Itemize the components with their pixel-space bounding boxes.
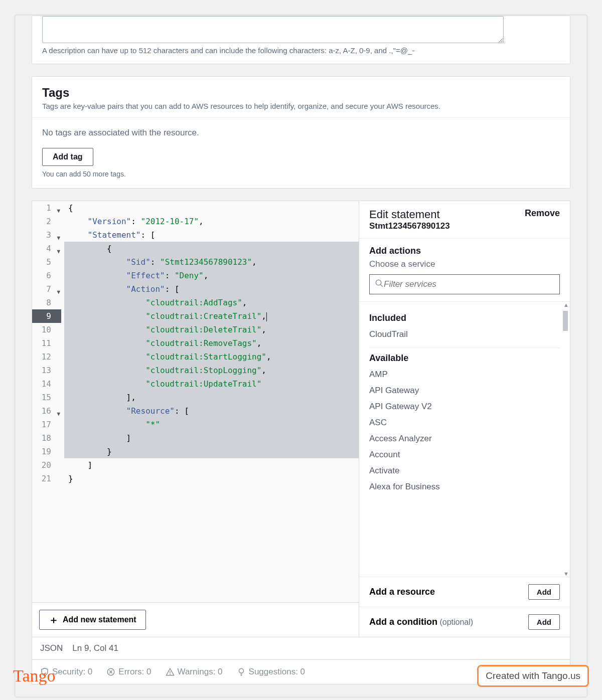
add-condition-label: Add a condition bbox=[369, 617, 437, 627]
service-item[interactable]: API Gateway V2 bbox=[369, 402, 560, 412]
statement-sidebar: Edit statement Stmt1234567890123 Remove … bbox=[359, 201, 570, 637]
plus-icon: ＋ bbox=[49, 616, 59, 623]
tags-title: Tags bbox=[42, 86, 560, 100]
cursor-position: Ln 9, Col 41 bbox=[72, 643, 118, 653]
filter-services-field[interactable] bbox=[369, 274, 560, 294]
optional-label: (optional) bbox=[439, 618, 473, 626]
svg-point-0 bbox=[376, 280, 381, 285]
remove-statement-button[interactable]: Remove bbox=[525, 208, 560, 219]
service-item[interactable]: AMP bbox=[369, 370, 560, 380]
filter-services-input[interactable] bbox=[384, 279, 554, 289]
add-actions-label: Add actions bbox=[369, 246, 560, 256]
tango-badge[interactable]: Created with Tango.us bbox=[477, 665, 589, 687]
service-scrollbar[interactable]: ▲ ▼ bbox=[562, 302, 569, 577]
included-header: Included bbox=[369, 313, 560, 323]
edit-statement-title: Edit statement bbox=[369, 208, 450, 221]
tags-limit: You can add 50 more tags. bbox=[42, 170, 560, 178]
editor-status-bar: JSON Ln 9, Col 41 bbox=[32, 637, 570, 660]
svg-line-1 bbox=[380, 284, 383, 287]
statement-id: Stmt1234567890123 bbox=[369, 221, 450, 231]
editor-mode: JSON bbox=[40, 643, 63, 653]
code-gutter: 1 2 3 4 5 6 7 8 9 10 11 12 13 bbox=[32, 201, 64, 602]
tags-desc: Tags are key-value pairs that you can ad… bbox=[42, 102, 560, 110]
policy-editor: 1 2 3 4 5 6 7 8 9 10 11 12 13 bbox=[32, 201, 570, 637]
add-statement-label: Add new statement bbox=[63, 615, 136, 624]
code-editor[interactable]: 1 2 3 4 5 6 7 8 9 10 11 12 13 bbox=[32, 201, 359, 602]
add-condition-button[interactable]: Add bbox=[528, 614, 560, 630]
description-panel: A description can have up to 512 charact… bbox=[32, 16, 570, 64]
tags-panel: Tags Tags are key-value pairs that you c… bbox=[32, 76, 570, 189]
service-item[interactable]: Activate bbox=[369, 466, 560, 476]
add-resource-label: Add a resource bbox=[369, 587, 435, 597]
service-item[interactable]: Account bbox=[369, 450, 560, 460]
description-textarea[interactable] bbox=[42, 16, 504, 43]
search-icon bbox=[375, 279, 384, 290]
service-item[interactable]: ASC bbox=[369, 418, 560, 428]
description-helper: A description can have up to 512 charact… bbox=[42, 46, 560, 55]
choose-service-label: Choose a service bbox=[369, 259, 560, 269]
service-item[interactable]: Access Analyzer bbox=[369, 434, 560, 444]
add-resource-button[interactable]: Add bbox=[528, 584, 560, 600]
service-item[interactable]: API Gateway bbox=[369, 386, 560, 396]
service-item[interactable]: CloudTrail bbox=[369, 329, 560, 339]
available-header: Available bbox=[369, 353, 560, 364]
tango-logo: Tango bbox=[13, 666, 56, 685]
service-item[interactable]: Alexa for Business bbox=[369, 482, 560, 492]
add-tag-button[interactable]: Add tag bbox=[42, 148, 93, 166]
tags-empty: No tags are associated with the resource… bbox=[42, 128, 560, 138]
add-statement-button[interactable]: ＋ Add new statement bbox=[39, 610, 146, 630]
